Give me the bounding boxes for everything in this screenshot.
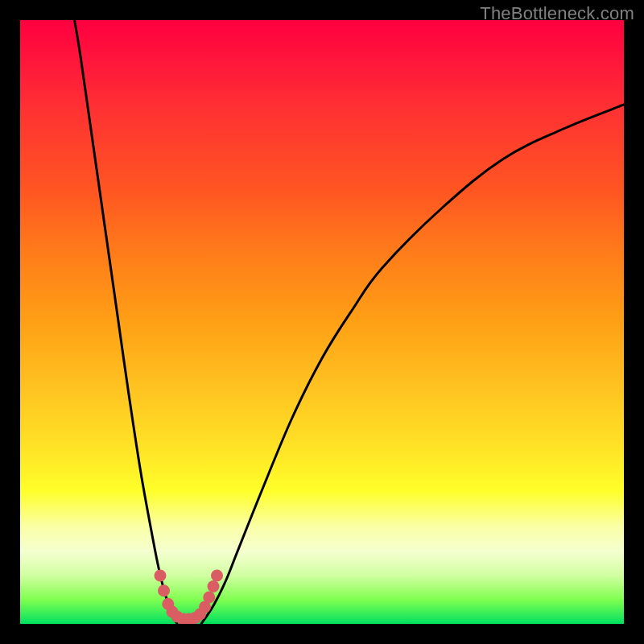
valley-marker <box>208 580 220 592</box>
chart-frame: TheBottleneck.com <box>0 0 644 644</box>
chart-svg <box>20 20 624 624</box>
valley-marker <box>155 570 167 582</box>
valley-marker <box>158 584 170 597</box>
valley-marker <box>203 592 215 604</box>
plot-area <box>20 20 624 624</box>
marker-layer <box>155 570 224 625</box>
watermark-text: TheBottleneck.com <box>480 3 634 24</box>
curve-layer <box>75 20 625 624</box>
valley-marker <box>211 570 223 582</box>
bottleneck-curve-left-branch <box>75 20 178 624</box>
bottleneck-curve-right-branch <box>201 105 624 624</box>
